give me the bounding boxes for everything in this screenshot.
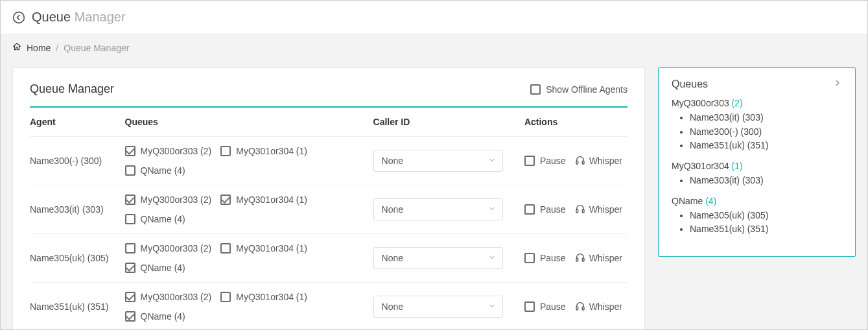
queues-cell: MyQ300or303 (2)MyQ301or304 (1)QName (4) bbox=[125, 283, 373, 331]
queue-member[interactable]: Name303(it) (303) bbox=[690, 174, 842, 188]
headphones-icon bbox=[575, 252, 585, 265]
callerid-select[interactable]: None bbox=[373, 247, 503, 269]
col-actions: Actions bbox=[524, 108, 628, 137]
main-panel: Queue Manager Show Offline Agents Agent … bbox=[12, 67, 645, 330]
queue-checkbox[interactable]: QName (4) bbox=[125, 311, 185, 322]
whisper-button[interactable]: Whisper bbox=[575, 155, 622, 167]
queue-group: QName (4)Name305(uk) (305)Name351(uk) (3… bbox=[672, 196, 842, 237]
callerid-select[interactable]: None bbox=[373, 198, 503, 220]
agent-name: Name303(it) (303) bbox=[30, 185, 125, 234]
whisper-button[interactable]: Whisper bbox=[575, 252, 622, 265]
panel-title: Queue Manager bbox=[30, 82, 114, 96]
whisper-button[interactable]: Whisper bbox=[575, 204, 622, 216]
svg-rect-1 bbox=[576, 161, 578, 164]
col-agent: Agent bbox=[30, 108, 125, 137]
col-caller: Caller ID bbox=[373, 108, 524, 137]
callerid-cell: None bbox=[373, 234, 524, 283]
queue-checkbox[interactable]: MyQ300or303 (2) bbox=[125, 146, 212, 156]
queue-label: MyQ300or303 (2) bbox=[141, 292, 212, 302]
queue-member[interactable]: Name303(it) (303) bbox=[690, 111, 842, 125]
queues-side-panel: Queues MyQ300or303 (2)Name303(it) (303)N… bbox=[658, 67, 856, 257]
actions-cell: PauseWhisper bbox=[524, 234, 628, 283]
back-icon[interactable] bbox=[12, 11, 25, 24]
chevron-right-icon[interactable] bbox=[833, 78, 842, 90]
home-icon[interactable] bbox=[12, 42, 21, 53]
queues-cell: MyQ300or303 (2)MyQ301or304 (1)QName (4) bbox=[125, 185, 373, 234]
queue-checkbox[interactable]: MyQ301or304 (1) bbox=[220, 292, 307, 302]
pause-toggle[interactable]: Pause bbox=[524, 156, 566, 166]
callerid-cell: None bbox=[373, 283, 524, 331]
chevron-down-icon bbox=[488, 253, 496, 263]
agent-name: Name300(-) (300) bbox=[30, 137, 125, 185]
queue-label: QName (4) bbox=[141, 165, 185, 176]
queue-label: QName (4) bbox=[141, 263, 185, 273]
queue-member[interactable]: Name300(-) (300) bbox=[690, 125, 842, 139]
table-row: Name305(uk) (305)MyQ300or303 (2)MyQ301or… bbox=[30, 234, 628, 283]
queue-label: MyQ301or304 (1) bbox=[236, 146, 307, 156]
queue-checkbox[interactable]: QName (4) bbox=[125, 263, 185, 273]
queue-checkbox[interactable]: MyQ300or303 (2) bbox=[125, 194, 212, 205]
queue-checkbox[interactable]: MyQ300or303 (2) bbox=[125, 243, 212, 253]
queue-label: MyQ301or304 (1) bbox=[236, 292, 307, 302]
svg-rect-3 bbox=[576, 209, 578, 213]
queue-label: MyQ301or304 (1) bbox=[236, 194, 307, 205]
whisper-button[interactable]: Whisper bbox=[575, 301, 622, 313]
svg-rect-8 bbox=[582, 307, 584, 310]
queue-group: MyQ300or303 (2)Name303(it) (303)Name300(… bbox=[672, 98, 842, 153]
svg-point-0 bbox=[14, 12, 25, 23]
queue-checkbox[interactable]: QName (4) bbox=[125, 165, 185, 176]
queue-checkbox[interactable]: MyQ301or304 (1) bbox=[220, 146, 307, 156]
queue-checkbox[interactable]: MyQ301or304 (1) bbox=[220, 243, 307, 253]
breadcrumb-current: Queue Manager bbox=[64, 43, 129, 53]
svg-rect-7 bbox=[576, 307, 578, 310]
queue-checkbox[interactable]: QName (4) bbox=[125, 214, 185, 224]
app-header: Queue Manager bbox=[1, 1, 867, 34]
headphones-icon bbox=[575, 204, 585, 216]
svg-rect-5 bbox=[576, 258, 578, 261]
chevron-down-icon bbox=[488, 156, 496, 166]
agents-table: Agent Queues Caller ID Actions Name300(-… bbox=[30, 108, 628, 330]
table-row: Name300(-) (300)MyQ300or303 (2)MyQ301or3… bbox=[30, 137, 628, 185]
page-title: Queue Manager bbox=[32, 10, 126, 25]
pause-toggle[interactable]: Pause bbox=[524, 301, 566, 312]
queue-label: QName (4) bbox=[141, 214, 185, 224]
svg-rect-4 bbox=[582, 209, 584, 213]
breadcrumb-sep: / bbox=[56, 43, 58, 53]
agent-name: Name351(uk) (351) bbox=[30, 283, 125, 331]
actions-cell: PauseWhisper bbox=[524, 185, 628, 234]
callerid-cell: None bbox=[373, 185, 524, 234]
queue-label: QName (4) bbox=[141, 311, 185, 322]
queue-label: MyQ300or303 (2) bbox=[141, 243, 212, 253]
agent-name: Name305(uk) (305) bbox=[30, 234, 125, 283]
pause-toggle[interactable]: Pause bbox=[524, 253, 566, 263]
callerid-cell: None bbox=[373, 137, 524, 185]
col-queues: Queues bbox=[125, 108, 373, 137]
table-row: Name351(uk) (351)MyQ300or303 (2)MyQ301or… bbox=[30, 283, 628, 331]
queue-member[interactable]: Name305(uk) (305) bbox=[690, 209, 842, 223]
callerid-select[interactable]: None bbox=[373, 296, 503, 318]
callerid-select[interactable]: None bbox=[373, 150, 503, 172]
svg-rect-2 bbox=[582, 161, 584, 164]
queue-label: MyQ301or304 (1) bbox=[236, 243, 307, 253]
table-row: Name303(it) (303)MyQ300or303 (2)MyQ301or… bbox=[30, 185, 628, 234]
chevron-down-icon bbox=[488, 301, 496, 312]
queue-group: MyQ301or304 (1)Name303(it) (303) bbox=[672, 161, 842, 188]
queue-member[interactable]: Name351(uk) (351) bbox=[690, 222, 842, 237]
queue-group-title[interactable]: QName (4) bbox=[672, 196, 842, 206]
queue-group-title[interactable]: MyQ301or304 (1) bbox=[672, 161, 842, 171]
queue-checkbox[interactable]: MyQ300or303 (2) bbox=[125, 292, 212, 302]
headphones-icon bbox=[575, 301, 585, 313]
actions-cell: PauseWhisper bbox=[524, 137, 628, 185]
queue-label: MyQ300or303 (2) bbox=[141, 194, 212, 205]
show-offline-toggle[interactable]: Show Offline Agents bbox=[530, 84, 628, 95]
queue-member[interactable]: Name351(uk) (351) bbox=[690, 139, 842, 153]
pause-toggle[interactable]: Pause bbox=[524, 204, 566, 215]
queue-group-title[interactable]: MyQ300or303 (2) bbox=[672, 98, 842, 108]
headphones-icon bbox=[575, 155, 585, 167]
queues-cell: MyQ300or303 (2)MyQ301or304 (1)QName (4) bbox=[125, 234, 373, 283]
breadcrumb-home[interactable]: Home bbox=[27, 43, 51, 53]
queues-cell: MyQ300or303 (2)MyQ301or304 (1)QName (4) bbox=[125, 137, 373, 185]
chevron-down-icon bbox=[488, 204, 496, 215]
queue-checkbox[interactable]: MyQ301or304 (1) bbox=[220, 194, 307, 205]
svg-rect-6 bbox=[582, 258, 584, 261]
